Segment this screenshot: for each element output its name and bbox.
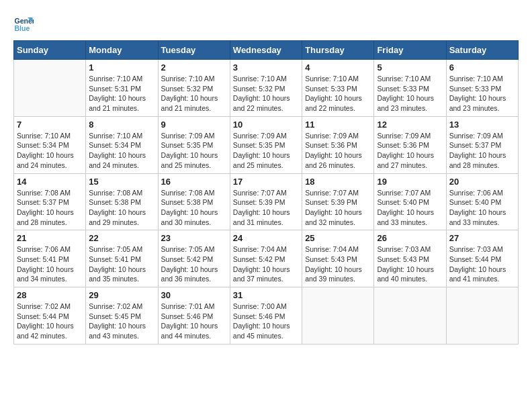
calendar-cell: 27Sunrise: 7:03 AM Sunset: 5:44 PM Dayli… (446, 230, 518, 287)
calendar-cell: 4Sunrise: 7:10 AM Sunset: 5:33 PM Daylig… (302, 60, 374, 117)
day-number: 30 (161, 290, 227, 300)
calendar-cell: 28Sunrise: 7:02 AM Sunset: 5:44 PM Dayli… (14, 287, 86, 345)
day-number: 1 (89, 62, 154, 73)
day-info: Sunrise: 7:07 AM Sunset: 5:39 PM Dayligh… (233, 188, 299, 228)
day-number: 2 (161, 62, 227, 73)
day-info: Sunrise: 7:03 AM Sunset: 5:44 PM Dayligh… (449, 244, 515, 284)
day-info: Sunrise: 7:09 AM Sunset: 5:35 PM Dayligh… (233, 131, 299, 171)
calendar-cell: 12Sunrise: 7:09 AM Sunset: 5:36 PM Dayli… (374, 116, 446, 173)
day-info: Sunrise: 7:09 AM Sunset: 5:36 PM Dayligh… (305, 131, 371, 171)
day-number: 8 (89, 120, 154, 130)
day-number: 22 (89, 233, 154, 243)
weekday-header-wednesday: Wednesday (230, 41, 302, 60)
calendar-header-row: SundayMondayTuesdayWednesdayThursdayFrid… (14, 41, 519, 60)
calendar-cell: 15Sunrise: 7:08 AM Sunset: 5:38 PM Dayli… (86, 173, 158, 230)
day-number: 17 (233, 177, 299, 187)
calendar-cell: 21Sunrise: 7:06 AM Sunset: 5:41 PM Dayli… (14, 230, 86, 287)
day-number: 23 (161, 233, 227, 243)
day-number: 24 (233, 233, 299, 243)
weekday-header-thursday: Thursday (302, 41, 374, 60)
calendar-cell: 31Sunrise: 7:00 AM Sunset: 5:46 PM Dayli… (230, 287, 302, 345)
day-number: 21 (17, 233, 83, 243)
day-number: 25 (305, 233, 371, 243)
calendar-cell: 5Sunrise: 7:10 AM Sunset: 5:33 PM Daylig… (374, 60, 446, 117)
day-info: Sunrise: 7:10 AM Sunset: 5:33 PM Dayligh… (449, 74, 515, 113)
day-number: 7 (17, 120, 83, 130)
day-info: Sunrise: 7:08 AM Sunset: 5:38 PM Dayligh… (161, 188, 227, 228)
calendar-cell: 9Sunrise: 7:09 AM Sunset: 5:35 PM Daylig… (158, 116, 230, 173)
weekday-header-sunday: Sunday (14, 41, 86, 60)
calendar-cell (302, 287, 374, 345)
calendar-cell (374, 287, 446, 345)
day-info: Sunrise: 7:02 AM Sunset: 5:45 PM Dayligh… (89, 302, 154, 341)
calendar-cell: 22Sunrise: 7:05 AM Sunset: 5:41 PM Dayli… (86, 230, 158, 287)
day-number: 10 (233, 120, 299, 130)
calendar-cell: 3Sunrise: 7:10 AM Sunset: 5:32 PM Daylig… (230, 60, 302, 117)
calendar-cell: 25Sunrise: 7:04 AM Sunset: 5:43 PM Dayli… (302, 230, 374, 287)
logo-icon: General Blue (13, 13, 34, 34)
day-info: Sunrise: 7:05 AM Sunset: 5:41 PM Dayligh… (89, 244, 154, 284)
calendar-cell: 16Sunrise: 7:08 AM Sunset: 5:38 PM Dayli… (158, 173, 230, 230)
day-number: 6 (449, 62, 515, 73)
calendar-week-3: 14Sunrise: 7:08 AM Sunset: 5:37 PM Dayli… (14, 173, 519, 230)
day-number: 11 (305, 120, 371, 130)
day-info: Sunrise: 7:02 AM Sunset: 5:44 PM Dayligh… (17, 302, 83, 341)
calendar-cell: 29Sunrise: 7:02 AM Sunset: 5:45 PM Dayli… (86, 287, 158, 345)
day-info: Sunrise: 7:10 AM Sunset: 5:34 PM Dayligh… (17, 131, 83, 171)
day-number: 18 (305, 177, 371, 187)
svg-text:Blue: Blue (15, 24, 30, 32)
day-info: Sunrise: 7:09 AM Sunset: 5:35 PM Dayligh… (161, 131, 227, 171)
calendar-cell: 1Sunrise: 7:10 AM Sunset: 5:31 PM Daylig… (86, 60, 158, 117)
calendar-week-2: 7Sunrise: 7:10 AM Sunset: 5:34 PM Daylig… (14, 116, 519, 173)
day-info: Sunrise: 7:08 AM Sunset: 5:37 PM Dayligh… (17, 188, 83, 228)
calendar-week-4: 21Sunrise: 7:06 AM Sunset: 5:41 PM Dayli… (14, 230, 519, 287)
day-info: Sunrise: 7:10 AM Sunset: 5:31 PM Dayligh… (89, 74, 154, 113)
day-info: Sunrise: 7:01 AM Sunset: 5:46 PM Dayligh… (161, 302, 227, 341)
calendar-cell: 26Sunrise: 7:03 AM Sunset: 5:43 PM Dayli… (374, 230, 446, 287)
calendar-table: SundayMondayTuesdayWednesdayThursdayFrid… (13, 40, 519, 345)
day-info: Sunrise: 7:09 AM Sunset: 5:36 PM Dayligh… (377, 131, 443, 171)
day-number: 19 (377, 177, 443, 187)
day-info: Sunrise: 7:10 AM Sunset: 5:32 PM Dayligh… (161, 74, 227, 113)
day-number: 29 (89, 290, 154, 300)
day-info: Sunrise: 7:06 AM Sunset: 5:40 PM Dayligh… (449, 188, 515, 228)
day-number: 12 (377, 120, 443, 130)
weekday-header-friday: Friday (374, 41, 446, 60)
day-info: Sunrise: 7:08 AM Sunset: 5:38 PM Dayligh… (89, 188, 154, 228)
day-number: 26 (377, 233, 443, 243)
day-info: Sunrise: 7:10 AM Sunset: 5:33 PM Dayligh… (377, 74, 443, 113)
day-number: 4 (305, 62, 371, 73)
calendar-cell: 14Sunrise: 7:08 AM Sunset: 5:37 PM Dayli… (14, 173, 86, 230)
calendar-cell: 19Sunrise: 7:07 AM Sunset: 5:40 PM Dayli… (374, 173, 446, 230)
calendar-cell (446, 287, 518, 345)
day-info: Sunrise: 7:10 AM Sunset: 5:33 PM Dayligh… (305, 74, 371, 113)
calendar-cell (14, 60, 86, 117)
day-number: 20 (449, 177, 515, 187)
calendar-cell: 10Sunrise: 7:09 AM Sunset: 5:35 PM Dayli… (230, 116, 302, 173)
day-number: 16 (161, 177, 227, 187)
calendar-cell: 20Sunrise: 7:06 AM Sunset: 5:40 PM Dayli… (446, 173, 518, 230)
calendar-cell: 17Sunrise: 7:07 AM Sunset: 5:39 PM Dayli… (230, 173, 302, 230)
logo: General Blue (13, 13, 36, 34)
day-number: 14 (17, 177, 83, 187)
day-info: Sunrise: 7:06 AM Sunset: 5:41 PM Dayligh… (17, 244, 83, 284)
day-number: 5 (377, 62, 443, 73)
day-number: 27 (449, 233, 515, 243)
day-number: 9 (161, 120, 227, 130)
calendar-cell: 7Sunrise: 7:10 AM Sunset: 5:34 PM Daylig… (14, 116, 86, 173)
day-info: Sunrise: 7:07 AM Sunset: 5:40 PM Dayligh… (377, 188, 443, 228)
calendar-cell: 6Sunrise: 7:10 AM Sunset: 5:33 PM Daylig… (446, 60, 518, 117)
calendar-cell: 18Sunrise: 7:07 AM Sunset: 5:39 PM Dayli… (302, 173, 374, 230)
calendar-cell: 30Sunrise: 7:01 AM Sunset: 5:46 PM Dayli… (158, 287, 230, 345)
calendar-cell: 2Sunrise: 7:10 AM Sunset: 5:32 PM Daylig… (158, 60, 230, 117)
day-info: Sunrise: 7:10 AM Sunset: 5:34 PM Dayligh… (89, 131, 154, 171)
weekday-header-saturday: Saturday (446, 41, 518, 60)
day-info: Sunrise: 7:07 AM Sunset: 5:39 PM Dayligh… (305, 188, 371, 228)
calendar-week-5: 28Sunrise: 7:02 AM Sunset: 5:44 PM Dayli… (14, 287, 519, 345)
day-number: 28 (17, 290, 83, 300)
day-info: Sunrise: 7:03 AM Sunset: 5:43 PM Dayligh… (377, 244, 443, 284)
calendar-week-1: 1Sunrise: 7:10 AM Sunset: 5:31 PM Daylig… (14, 60, 519, 117)
day-info: Sunrise: 7:04 AM Sunset: 5:42 PM Dayligh… (233, 244, 299, 284)
calendar-cell: 23Sunrise: 7:05 AM Sunset: 5:42 PM Dayli… (158, 230, 230, 287)
calendar-cell: 8Sunrise: 7:10 AM Sunset: 5:34 PM Daylig… (86, 116, 158, 173)
